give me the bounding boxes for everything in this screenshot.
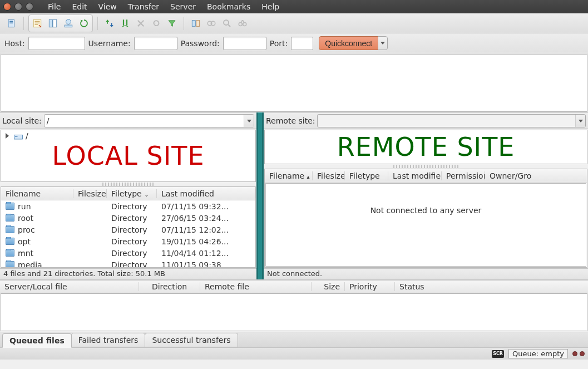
col-filesize[interactable]: Filesize — [313, 171, 345, 180]
remote-splitter[interactable] — [393, 165, 458, 168]
tab-queued-files[interactable]: Queued files — [2, 333, 72, 348]
local-path-dropdown[interactable] — [244, 115, 254, 127]
password-input[interactable] — [223, 37, 266, 50]
col-modified[interactable]: Last modified — [157, 189, 255, 198]
remote-tree[interactable]: REMOTE SITE — [264, 130, 587, 164]
search-button[interactable] — [220, 16, 234, 31]
window-maximize-button[interactable] — [26, 3, 33, 11]
toolbar-view-group — [28, 14, 93, 32]
disconnect-button[interactable] — [134, 16, 148, 31]
col-remotefile[interactable]: Remote file — [200, 282, 312, 291]
window-titlebar: File Edit View Transfer Server Bookmarks… — [0, 0, 588, 13]
folder-icon — [6, 261, 14, 267]
quickconnect-dropdown[interactable] — [378, 36, 388, 50]
menu-bookmarks[interactable]: Bookmarks — [202, 1, 255, 12]
toggle-log-button[interactable] — [30, 16, 45, 31]
binoculars-button[interactable] — [235, 16, 250, 31]
message-log[interactable] — [1, 54, 587, 112]
menu-help[interactable]: Help — [257, 1, 284, 12]
reconnect-button[interactable] — [149, 16, 164, 31]
file-name: opt — [18, 237, 31, 246]
scr-indicator: SCR — [492, 350, 504, 358]
col-modified[interactable]: Last modified — [388, 171, 442, 180]
host-label: Host: — [4, 39, 25, 48]
col-priority[interactable]: Priority — [345, 282, 395, 291]
local-tree-root[interactable]: / — [1, 130, 255, 141]
transfer-queue: Server/Local file Direction Remote file … — [0, 279, 588, 332]
col-status[interactable]: Status — [395, 282, 588, 291]
remote-status: Not connected. — [264, 268, 588, 279]
col-filetype[interactable]: Filetype — [345, 171, 388, 180]
col-filename[interactable]: Filename ▴ — [265, 171, 313, 180]
username-input[interactable] — [134, 37, 177, 50]
file-name: proc — [18, 225, 35, 234]
window-minimize-button[interactable] — [14, 3, 22, 11]
remote-path-dropdown[interactable] — [575, 115, 585, 127]
file-modified: 07/11/15 09:32... — [157, 202, 255, 211]
menu-file[interactable]: File — [43, 1, 65, 12]
table-row[interactable]: mediaDirectory11/01/15 09:38 — [1, 259, 255, 267]
menu-transfer[interactable]: Transfer — [123, 1, 164, 12]
folder-icon — [6, 203, 14, 210]
tab-failed-transfers[interactable]: Failed transfers — [71, 333, 146, 347]
cancel-button[interactable] — [118, 16, 132, 31]
toggle-queue-button[interactable] — [61, 16, 76, 31]
expand-icon[interactable] — [6, 133, 9, 139]
local-pane: Local site: / / LOCAL SITE Filename File… — [0, 112, 256, 279]
file-type: Directory — [107, 225, 157, 234]
table-row[interactable]: procDirectory07/11/15 12:02... — [1, 224, 255, 235]
local-status: 4 files and 21 directories. Total size: … — [0, 268, 256, 279]
local-columns: Filename Filesize Filetype ⌄ Last modifi… — [1, 187, 255, 200]
local-path-combo[interactable]: / — [44, 114, 254, 127]
queue-columns: Server/Local file Direction Remote file … — [0, 280, 588, 293]
remote-not-connected: Not connected to any server — [265, 183, 586, 267]
table-row[interactable]: optDirectory19/01/15 04:26... — [1, 235, 255, 247]
col-owner[interactable]: Owner/Gro — [485, 171, 587, 180]
local-tree-root-label: / — [26, 131, 28, 140]
queue-tabs: Queued files Failed transfers Successful… — [0, 332, 588, 347]
site-manager-button[interactable] — [4, 16, 19, 31]
col-filesize[interactable]: Filesize — [73, 189, 107, 198]
file-name: media — [18, 260, 42, 268]
remote-path-combo[interactable] — [317, 114, 586, 127]
folder-icon — [6, 249, 14, 257]
toolbar-separator — [23, 17, 24, 30]
toggle-tree-button[interactable] — [46, 16, 60, 31]
queue-body[interactable] — [1, 293, 587, 331]
process-queue-button[interactable] — [102, 16, 117, 31]
file-name: root — [18, 214, 33, 223]
quickconnect-button[interactable]: Quickconnect — [319, 36, 378, 50]
col-filename[interactable]: Filename — [1, 189, 73, 198]
table-row[interactable]: runDirectory07/11/15 09:32... — [1, 200, 255, 212]
col-filetype[interactable]: Filetype ⌄ — [107, 189, 157, 198]
local-path-value: / — [47, 116, 50, 125]
table-row[interactable]: mntDirectory11/04/14 01:12... — [1, 247, 255, 259]
local-splitter[interactable] — [102, 183, 154, 186]
svg-rect-16 — [15, 136, 18, 137]
filter-button[interactable] — [165, 16, 179, 31]
file-type: Directory — [107, 202, 157, 211]
col-serverfile[interactable]: Server/Local file — [0, 282, 139, 291]
local-tree[interactable]: / LOCAL SITE — [1, 130, 256, 182]
local-file-list[interactable]: Filename Filesize Filetype ⌄ Last modifi… — [1, 186, 256, 268]
menu-server[interactable]: Server — [166, 1, 200, 12]
compare-button[interactable] — [189, 16, 203, 31]
file-type: Directory — [107, 249, 157, 258]
menu-edit[interactable]: Edit — [67, 1, 91, 12]
remote-file-list[interactable]: Filename ▴ Filesize Filetype Last modifi… — [264, 169, 587, 268]
col-direction[interactable]: Direction — [139, 282, 200, 291]
sync-browse-button[interactable] — [204, 16, 219, 31]
tab-successful-transfers[interactable]: Successful transfers — [145, 333, 238, 347]
host-input[interactable] — [28, 37, 85, 50]
vertical-splitter[interactable] — [256, 112, 264, 279]
table-row[interactable]: rootDirectory27/06/15 03:24... — [1, 212, 255, 224]
port-input[interactable] — [291, 37, 313, 50]
col-permission[interactable]: Permission — [442, 171, 485, 180]
refresh-button[interactable] — [77, 16, 91, 31]
window-close-button[interactable] — [3, 3, 11, 11]
col-size[interactable]: Size — [312, 282, 345, 291]
menu-view[interactable]: View — [94, 1, 121, 12]
remote-columns: Filename ▴ Filesize Filetype Last modifi… — [265, 169, 587, 183]
queue-status[interactable]: Queue: empty — [508, 349, 568, 358]
port-label: Port: — [270, 39, 288, 48]
